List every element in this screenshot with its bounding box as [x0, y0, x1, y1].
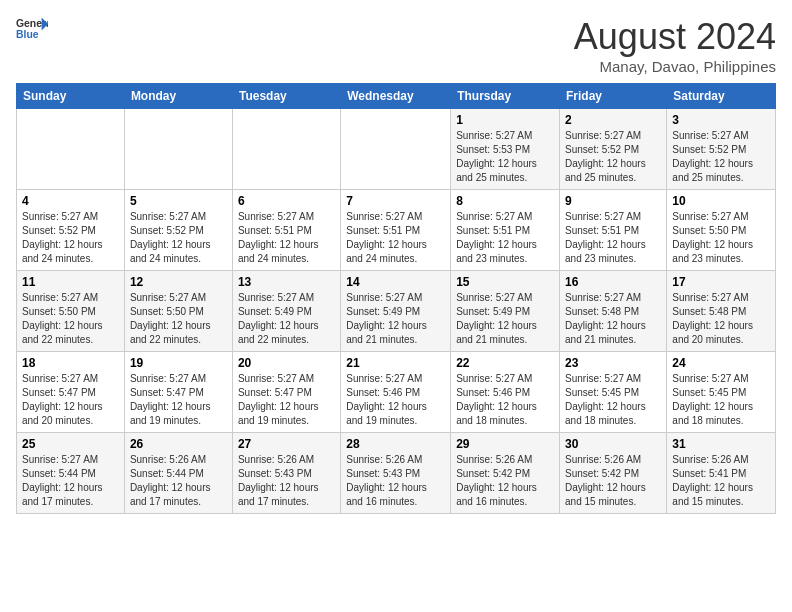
calendar-cell: 9Sunrise: 5:27 AMSunset: 5:51 PMDaylight…: [560, 190, 667, 271]
day-number: 1: [456, 113, 554, 127]
calendar-cell: 16Sunrise: 5:27 AMSunset: 5:48 PMDayligh…: [560, 271, 667, 352]
day-info: Sunrise: 5:27 AMSunset: 5:45 PMDaylight:…: [672, 372, 770, 428]
calendar-cell: [124, 109, 232, 190]
month-title: August 2024: [574, 16, 776, 58]
day-info: Sunrise: 5:27 AMSunset: 5:47 PMDaylight:…: [130, 372, 227, 428]
day-number: 24: [672, 356, 770, 370]
weekday-header: Saturday: [667, 84, 776, 109]
calendar-cell: 4Sunrise: 5:27 AMSunset: 5:52 PMDaylight…: [17, 190, 125, 271]
day-info: Sunrise: 5:27 AMSunset: 5:51 PMDaylight:…: [238, 210, 335, 266]
calendar-cell: 27Sunrise: 5:26 AMSunset: 5:43 PMDayligh…: [232, 433, 340, 514]
day-info: Sunrise: 5:27 AMSunset: 5:47 PMDaylight:…: [22, 372, 119, 428]
logo-icon: General Blue: [16, 16, 48, 44]
calendar-cell: 8Sunrise: 5:27 AMSunset: 5:51 PMDaylight…: [451, 190, 560, 271]
day-number: 23: [565, 356, 661, 370]
day-info: Sunrise: 5:27 AMSunset: 5:49 PMDaylight:…: [346, 291, 445, 347]
day-number: 30: [565, 437, 661, 451]
calendar-cell: 31Sunrise: 5:26 AMSunset: 5:41 PMDayligh…: [667, 433, 776, 514]
day-number: 4: [22, 194, 119, 208]
day-info: Sunrise: 5:27 AMSunset: 5:48 PMDaylight:…: [672, 291, 770, 347]
calendar-table: SundayMondayTuesdayWednesdayThursdayFrid…: [16, 83, 776, 514]
day-info: Sunrise: 5:27 AMSunset: 5:50 PMDaylight:…: [672, 210, 770, 266]
calendar-cell: 23Sunrise: 5:27 AMSunset: 5:45 PMDayligh…: [560, 352, 667, 433]
svg-text:Blue: Blue: [16, 29, 39, 40]
day-number: 19: [130, 356, 227, 370]
day-number: 22: [456, 356, 554, 370]
day-number: 6: [238, 194, 335, 208]
calendar-cell: 18Sunrise: 5:27 AMSunset: 5:47 PMDayligh…: [17, 352, 125, 433]
calendar-cell: 25Sunrise: 5:27 AMSunset: 5:44 PMDayligh…: [17, 433, 125, 514]
location: Manay, Davao, Philippines: [574, 58, 776, 75]
calendar-cell: 19Sunrise: 5:27 AMSunset: 5:47 PMDayligh…: [124, 352, 232, 433]
calendar-cell: 21Sunrise: 5:27 AMSunset: 5:46 PMDayligh…: [341, 352, 451, 433]
day-number: 11: [22, 275, 119, 289]
day-info: Sunrise: 5:27 AMSunset: 5:48 PMDaylight:…: [565, 291, 661, 347]
weekday-header: Friday: [560, 84, 667, 109]
calendar-cell: 7Sunrise: 5:27 AMSunset: 5:51 PMDaylight…: [341, 190, 451, 271]
weekday-header-row: SundayMondayTuesdayWednesdayThursdayFrid…: [17, 84, 776, 109]
day-number: 21: [346, 356, 445, 370]
calendar-cell: 3Sunrise: 5:27 AMSunset: 5:52 PMDaylight…: [667, 109, 776, 190]
calendar-cell: 26Sunrise: 5:26 AMSunset: 5:44 PMDayligh…: [124, 433, 232, 514]
day-info: Sunrise: 5:27 AMSunset: 5:49 PMDaylight:…: [238, 291, 335, 347]
day-info: Sunrise: 5:26 AMSunset: 5:42 PMDaylight:…: [456, 453, 554, 509]
calendar-cell: 14Sunrise: 5:27 AMSunset: 5:49 PMDayligh…: [341, 271, 451, 352]
calendar-week-row: 11Sunrise: 5:27 AMSunset: 5:50 PMDayligh…: [17, 271, 776, 352]
day-info: Sunrise: 5:27 AMSunset: 5:53 PMDaylight:…: [456, 129, 554, 185]
calendar-cell: 29Sunrise: 5:26 AMSunset: 5:42 PMDayligh…: [451, 433, 560, 514]
day-info: Sunrise: 5:27 AMSunset: 5:51 PMDaylight:…: [456, 210, 554, 266]
day-info: Sunrise: 5:26 AMSunset: 5:44 PMDaylight:…: [130, 453, 227, 509]
day-number: 7: [346, 194, 445, 208]
calendar-week-row: 1Sunrise: 5:27 AMSunset: 5:53 PMDaylight…: [17, 109, 776, 190]
calendar-week-row: 4Sunrise: 5:27 AMSunset: 5:52 PMDaylight…: [17, 190, 776, 271]
day-number: 9: [565, 194, 661, 208]
calendar-cell: 22Sunrise: 5:27 AMSunset: 5:46 PMDayligh…: [451, 352, 560, 433]
day-number: 12: [130, 275, 227, 289]
day-info: Sunrise: 5:27 AMSunset: 5:50 PMDaylight:…: [22, 291, 119, 347]
day-info: Sunrise: 5:27 AMSunset: 5:52 PMDaylight:…: [22, 210, 119, 266]
day-info: Sunrise: 5:27 AMSunset: 5:47 PMDaylight:…: [238, 372, 335, 428]
day-number: 25: [22, 437, 119, 451]
calendar-cell: 13Sunrise: 5:27 AMSunset: 5:49 PMDayligh…: [232, 271, 340, 352]
calendar-cell: [17, 109, 125, 190]
calendar-cell: [341, 109, 451, 190]
day-info: Sunrise: 5:27 AMSunset: 5:51 PMDaylight:…: [565, 210, 661, 266]
calendar-cell: 10Sunrise: 5:27 AMSunset: 5:50 PMDayligh…: [667, 190, 776, 271]
calendar-cell: 17Sunrise: 5:27 AMSunset: 5:48 PMDayligh…: [667, 271, 776, 352]
day-number: 5: [130, 194, 227, 208]
day-info: Sunrise: 5:26 AMSunset: 5:43 PMDaylight:…: [346, 453, 445, 509]
calendar-cell: [232, 109, 340, 190]
weekday-header: Monday: [124, 84, 232, 109]
day-info: Sunrise: 5:26 AMSunset: 5:42 PMDaylight:…: [565, 453, 661, 509]
calendar-cell: 12Sunrise: 5:27 AMSunset: 5:50 PMDayligh…: [124, 271, 232, 352]
day-number: 28: [346, 437, 445, 451]
day-number: 13: [238, 275, 335, 289]
weekday-header: Tuesday: [232, 84, 340, 109]
calendar-cell: 11Sunrise: 5:27 AMSunset: 5:50 PMDayligh…: [17, 271, 125, 352]
day-number: 20: [238, 356, 335, 370]
logo: General Blue: [16, 16, 48, 44]
calendar-cell: 24Sunrise: 5:27 AMSunset: 5:45 PMDayligh…: [667, 352, 776, 433]
calendar-cell: 5Sunrise: 5:27 AMSunset: 5:52 PMDaylight…: [124, 190, 232, 271]
day-number: 29: [456, 437, 554, 451]
day-number: 15: [456, 275, 554, 289]
weekday-header: Sunday: [17, 84, 125, 109]
day-number: 16: [565, 275, 661, 289]
day-info: Sunrise: 5:26 AMSunset: 5:43 PMDaylight:…: [238, 453, 335, 509]
day-number: 3: [672, 113, 770, 127]
day-number: 10: [672, 194, 770, 208]
calendar-cell: 20Sunrise: 5:27 AMSunset: 5:47 PMDayligh…: [232, 352, 340, 433]
day-info: Sunrise: 5:27 AMSunset: 5:46 PMDaylight:…: [346, 372, 445, 428]
calendar-cell: 15Sunrise: 5:27 AMSunset: 5:49 PMDayligh…: [451, 271, 560, 352]
weekday-header: Wednesday: [341, 84, 451, 109]
calendar-cell: 6Sunrise: 5:27 AMSunset: 5:51 PMDaylight…: [232, 190, 340, 271]
day-info: Sunrise: 5:27 AMSunset: 5:49 PMDaylight:…: [456, 291, 554, 347]
day-number: 27: [238, 437, 335, 451]
weekday-header: Thursday: [451, 84, 560, 109]
calendar-cell: 28Sunrise: 5:26 AMSunset: 5:43 PMDayligh…: [341, 433, 451, 514]
calendar-cell: 1Sunrise: 5:27 AMSunset: 5:53 PMDaylight…: [451, 109, 560, 190]
day-info: Sunrise: 5:27 AMSunset: 5:51 PMDaylight:…: [346, 210, 445, 266]
day-number: 14: [346, 275, 445, 289]
day-number: 8: [456, 194, 554, 208]
day-info: Sunrise: 5:27 AMSunset: 5:44 PMDaylight:…: [22, 453, 119, 509]
